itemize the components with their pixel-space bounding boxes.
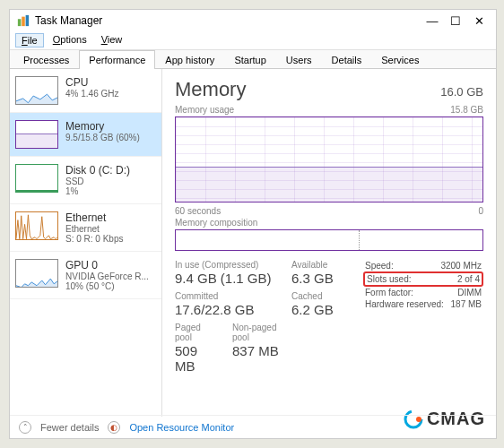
sidebar-disk-sub1: SSD [65,177,130,186]
svg-rect-1 [22,17,25,27]
tab-processes[interactable]: Processes [13,50,79,69]
usage-label: Memory usage [175,105,234,115]
sidebar-gpu-title: GPU 0 [65,259,149,271]
tab-performance[interactable]: Performance [79,50,155,69]
sidebar-ethernet-sub1: Ethernet [65,224,123,234]
content-area: CPU 4% 1.46 GHz Memory 9.5/15.8 GB (60%)… [10,69,496,417]
sidebar-memory-title: Memory [65,120,140,133]
sidebar-cpu-title: CPU [65,76,118,89]
window-controls: — ☐ ✕ [426,14,489,27]
detail-slots: Slots used:2 of 4 [363,271,483,287]
committed-label: Committed [175,291,291,301]
cached-value: 6.2 GB [291,302,363,317]
open-resource-monitor-link[interactable]: Open Resource Monitor [129,422,234,433]
memory-thumb-icon [15,120,58,149]
app-icon [17,14,30,27]
memory-usage-chart [175,116,483,202]
sidebar-ethernet-title: Ethernet [65,211,123,224]
sidebar: CPU 4% 1.46 GHz Memory 9.5/15.8 GB (60%)… [10,69,162,417]
inuse-label: In use (Compressed) [175,260,291,270]
tab-users[interactable]: Users [276,50,322,69]
menu-file[interactable]: File [15,33,44,47]
memory-composition-bar [175,229,483,251]
usage-max: 15.8 GB [450,105,483,115]
composition-fill [176,230,360,250]
chart-top-labels: Memory usage 15.8 GB [175,105,483,115]
detail-speed: Speed:3200 MHz [363,260,483,271]
chart-grid [176,117,482,202]
chevron-up-icon[interactable]: ˄ [19,421,31,434]
sidebar-item-cpu[interactable]: CPU 4% 1.46 GHz [10,69,161,113]
sidebar-memory-sub: 9.5/15.8 GB (60%) [65,133,140,142]
committed-value: 17.6/22.8 GB [175,302,291,317]
disk-thumb-icon [15,164,58,193]
sidebar-ethernet-sub2: S: 0 R: 0 Kbps [65,234,123,244]
footer-bar: ˄ Fewer details ◐ Open Resource Monitor [10,415,496,438]
titlebar: Task Manager — ☐ ✕ [10,10,496,31]
tab-startup[interactable]: Startup [224,50,275,69]
minimize-button[interactable]: — [426,14,439,27]
timespan-left: 60 seconds [175,206,221,216]
available-label: Available [291,260,363,270]
timespan-right: 0 [478,206,483,216]
available-value: 6.3 GB [291,271,363,286]
stats-grid: In use (Compressed) 9.4 GB (1.1 GB) Comm… [175,260,483,379]
fewer-details-link[interactable]: Fewer details [40,422,99,433]
sidebar-disk-title: Disk 0 (C: D:) [65,164,130,177]
sidebar-gpu-sub1: NVIDIA GeForce R... [65,271,149,281]
menubar: File Options View [10,31,496,50]
gpu-thumb-icon [15,259,58,288]
svg-rect-0 [18,19,22,26]
menu-view[interactable]: View [96,33,128,47]
menu-options[interactable]: Options [48,33,92,47]
close-button[interactable]: ✕ [473,14,485,27]
sidebar-disk-sub2: 1% [65,186,130,196]
sidebar-item-disk[interactable]: Disk 0 (C: D:) SSD 1% [10,157,161,204]
window-title: Task Manager [35,14,426,27]
detail-reserved: Hardware reserved:187 MB [363,298,483,310]
nonpaged-value: 837 MB [232,343,291,358]
paged-value: 509 MB [175,343,218,374]
detail-form: Form factor:DIMM [363,287,483,298]
chart-bottom-labels: 60 seconds 0 [175,206,483,216]
tab-details[interactable]: Details [322,50,372,69]
sidebar-item-memory[interactable]: Memory 9.5/15.8 GB (60%) [10,113,161,157]
main-header: Memory 16.0 GB [175,78,483,101]
main-panel: Memory 16.0 GB Memory usage 15.8 GB 60 s… [162,69,496,417]
cpu-thumb-icon [15,76,58,105]
tab-apphistory[interactable]: App history [155,50,224,69]
cached-label: Cached [291,291,363,301]
sidebar-gpu-sub2: 10% (50 °C) [65,281,149,291]
resmon-icon: ◐ [108,421,120,434]
sidebar-cpu-sub: 4% 1.46 GHz [65,89,118,99]
page-title: Memory [175,78,246,101]
inuse-value: 9.4 GB (1.1 GB) [175,271,291,286]
tabbar: Processes Performance App history Startu… [10,50,496,69]
sidebar-item-ethernet[interactable]: Ethernet Ethernet S: 0 R: 0 Kbps [10,204,161,252]
composition-label: Memory composition [175,218,257,228]
svg-rect-2 [26,15,30,26]
memory-total: 16.0 GB [440,85,483,99]
tab-services[interactable]: Services [371,50,429,69]
maximize-button[interactable]: ☐ [449,14,462,27]
sidebar-item-gpu[interactable]: GPU 0 NVIDIA GeForce R... 10% (50 °C) [10,252,161,299]
paged-label: Paged pool [175,323,218,342]
ethernet-thumb-icon [15,211,58,240]
task-manager-window: Task Manager — ☐ ✕ File Options View Pro… [9,9,497,439]
nonpaged-label: Non-paged pool [232,323,291,342]
composition-label-row: Memory composition [175,218,483,228]
